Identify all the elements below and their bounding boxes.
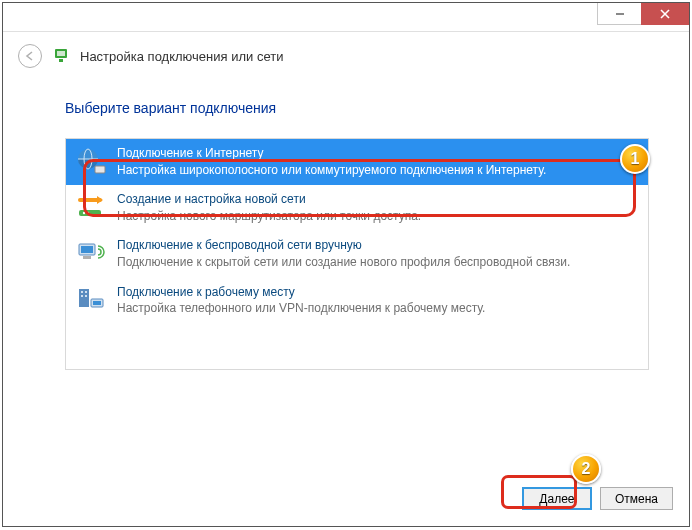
content-area: Выберите вариант подключения Подключение… — [3, 72, 689, 380]
option-desc: Подключение к скрытой сети или создание … — [117, 255, 570, 271]
globe-network-icon — [75, 146, 107, 178]
header: Настройка подключения или сети — [3, 32, 689, 72]
back-button[interactable] — [18, 44, 42, 68]
cancel-button[interactable]: Отмена — [600, 487, 673, 510]
svg-rect-14 — [81, 246, 93, 253]
svg-rect-22 — [93, 301, 101, 305]
minimize-button[interactable] — [597, 3, 642, 25]
option-title: Подключение к Интернету — [117, 146, 546, 162]
option-workplace[interactable]: Подключение к рабочему месту Настройка т… — [66, 278, 648, 324]
option-create-network[interactable]: Создание и настройка новой сети Настройк… — [66, 185, 648, 231]
window-title: Настройка подключения или сети — [80, 49, 283, 64]
option-title: Создание и настройка новой сети — [117, 192, 421, 208]
svg-rect-5 — [59, 59, 63, 62]
option-desc: Настройка телефонного или VPN-подключени… — [117, 301, 485, 317]
svg-rect-20 — [85, 295, 87, 297]
next-button[interactable]: Далее — [522, 487, 592, 510]
section-heading: Выберите вариант подключения — [65, 100, 649, 116]
option-title: Подключение к беспроводной сети вручную — [117, 238, 570, 254]
close-button[interactable] — [641, 3, 689, 25]
network-wizard-icon — [52, 47, 70, 65]
titlebar — [3, 3, 689, 32]
option-wireless-manual[interactable]: Подключение к беспроводной сети вручную … — [66, 231, 648, 277]
option-desc: Настройка нового маршрутизатора или точк… — [117, 209, 421, 225]
annotation-badge-2: 2 — [571, 454, 601, 484]
svg-point-11 — [83, 212, 85, 214]
svg-rect-19 — [81, 295, 83, 297]
svg-rect-18 — [85, 291, 87, 293]
option-connect-internet[interactable]: Подключение к Интернету Настройка широко… — [66, 139, 648, 185]
option-desc: Настройка широкополосного или коммутируе… — [117, 163, 546, 179]
svg-rect-10 — [79, 210, 101, 216]
svg-rect-9 — [95, 166, 105, 173]
dialog-buttons: Далее Отмена — [522, 487, 673, 510]
connection-options-list: Подключение к Интернету Настройка широко… — [65, 138, 649, 370]
window-frame: Настройка подключения или сети Выберите … — [2, 2, 690, 527]
option-title: Подключение к рабочему месту — [117, 285, 485, 301]
svg-rect-4 — [57, 51, 65, 56]
annotation-badge-1: 1 — [620, 144, 650, 174]
svg-rect-15 — [83, 256, 91, 259]
router-setup-icon — [75, 192, 107, 224]
building-network-icon — [75, 285, 107, 317]
svg-point-12 — [87, 212, 89, 214]
svg-rect-16 — [79, 289, 89, 307]
wireless-computer-icon — [75, 238, 107, 270]
svg-rect-17 — [81, 291, 83, 293]
